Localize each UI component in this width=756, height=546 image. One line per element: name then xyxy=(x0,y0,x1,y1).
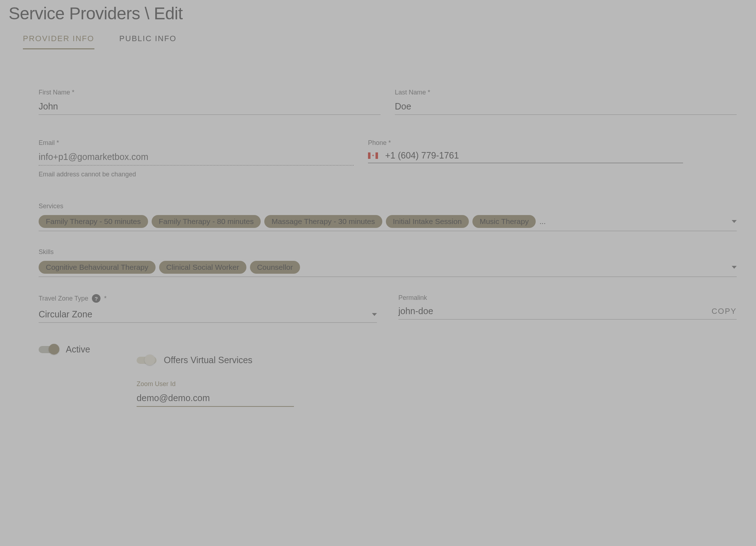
skills-chip-group[interactable]: Cognitive Behavioural Therapy Clinical S… xyxy=(39,261,737,277)
help-icon[interactable]: ? xyxy=(92,294,100,303)
copy-button[interactable]: COPY xyxy=(712,307,737,316)
chevron-down-icon[interactable] xyxy=(732,266,737,269)
phone-label: Phone * xyxy=(368,139,683,147)
skill-chip[interactable]: Clinical Social Worker xyxy=(159,261,246,274)
chevron-down-icon[interactable] xyxy=(732,220,737,223)
service-chip[interactable]: Massage Therapy - 30 minutes xyxy=(264,215,382,228)
skill-chip[interactable]: Counsellor xyxy=(250,261,300,274)
virtual-label: Offers Virtual Services xyxy=(164,355,252,365)
travel-zone-label: Travel Zone Type xyxy=(39,295,88,302)
virtual-toggle[interactable]: Offers Virtual Services xyxy=(137,355,294,365)
service-chip[interactable]: Family Therapy - 50 minutes xyxy=(39,215,148,228)
phone-field-wrapper: Phone * +1 (604) 779-1761 xyxy=(368,139,737,178)
services-more: ... xyxy=(539,217,546,226)
first-name-label: First Name * xyxy=(39,89,381,96)
first-name-input[interactable] xyxy=(39,100,381,115)
flag-icon[interactable] xyxy=(368,152,378,159)
active-label: Active xyxy=(66,344,90,355)
switch-icon[interactable] xyxy=(137,357,157,364)
last-name-label: Last Name * xyxy=(395,89,737,96)
first-name-field-wrapper: First Name * xyxy=(39,89,381,115)
service-chip[interactable]: Music Therapy xyxy=(472,215,536,228)
travel-zone-select[interactable]: Circular Zone xyxy=(39,308,377,323)
permalink-field: Permalink john-doe COPY xyxy=(398,294,737,323)
services-chip-group[interactable]: Family Therapy - 50 minutes Family Thera… xyxy=(39,215,737,231)
email-field-wrapper: Email * Email address cannot be changed xyxy=(39,139,354,178)
switch-icon[interactable] xyxy=(39,346,59,353)
email-helper: Email address cannot be changed xyxy=(39,171,354,178)
phone-input-wrapper[interactable]: +1 (604) 779-1761 xyxy=(368,150,683,163)
active-toggle[interactable]: Active xyxy=(39,344,90,355)
service-chip[interactable]: Initial Intake Session xyxy=(386,215,469,228)
zoom-id-input[interactable] xyxy=(137,391,294,407)
permalink-label: Permalink xyxy=(398,294,427,302)
chevron-down-icon[interactable] xyxy=(372,313,377,316)
tab-bar: PROVIDER INFO PUBLIC INFO xyxy=(9,34,747,49)
page-title: Service Providers \ Edit xyxy=(9,4,747,23)
skill-chip[interactable]: Cognitive Behavioural Therapy xyxy=(39,261,156,274)
tab-provider-info[interactable]: PROVIDER INFO xyxy=(23,34,94,49)
travel-zone-field: Travel Zone Type ? * Circular Zone xyxy=(39,294,377,323)
last-name-field-wrapper: Last Name * xyxy=(395,89,737,115)
services-label: Services xyxy=(39,203,737,210)
email-label: Email * xyxy=(39,139,354,147)
email-input xyxy=(39,150,354,166)
zoom-id-label: Zoom User Id xyxy=(137,380,294,388)
tab-public-info[interactable]: PUBLIC INFO xyxy=(119,34,177,49)
travel-zone-required: * xyxy=(104,295,107,302)
virtual-services-highlight: Offers Virtual Services Zoom User Id xyxy=(126,344,305,413)
skills-label: Skills xyxy=(39,248,737,256)
last-name-input[interactable] xyxy=(395,100,737,115)
form-card: First Name * Last Name * Email * Email a… xyxy=(28,67,747,435)
travel-zone-value: Circular Zone xyxy=(39,309,372,320)
permalink-value[interactable]: john-doe xyxy=(398,306,712,316)
service-chip[interactable]: Family Therapy - 80 minutes xyxy=(152,215,261,228)
phone-value[interactable]: +1 (604) 779-1761 xyxy=(385,150,459,161)
